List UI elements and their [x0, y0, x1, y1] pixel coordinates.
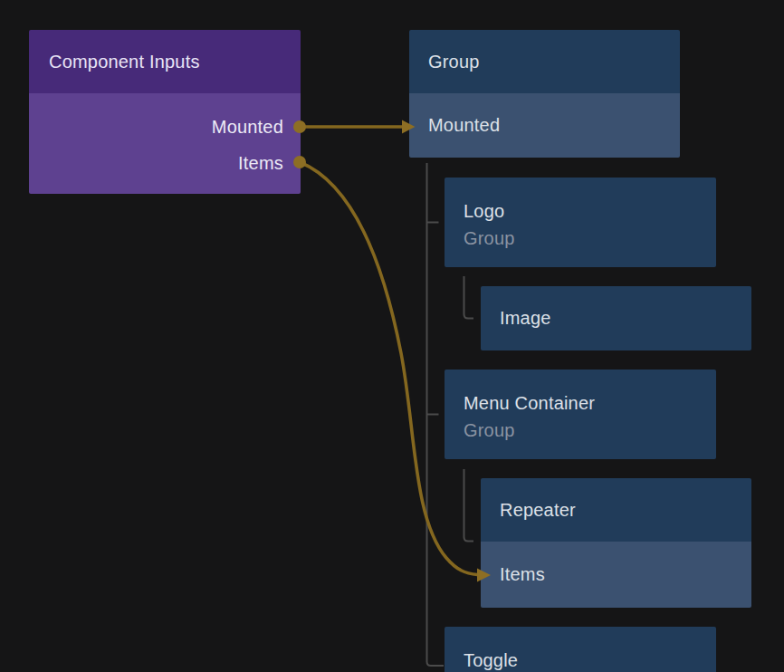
logo-node-title: Logo	[464, 197, 716, 225]
group-mounted-label: Mounted	[428, 115, 500, 136]
output-row-mounted[interactable]: Mounted	[29, 109, 301, 145]
output-row-items[interactable]: Items	[29, 145, 301, 181]
group-node[interactable]: Group Mounted	[409, 30, 680, 158]
repeater-node-header[interactable]: Repeater	[481, 478, 751, 542]
node-graph-canvas[interactable]: Component Inputs Mounted Items Group Mou…	[0, 0, 784, 672]
menu-container-title: Menu Container	[464, 389, 716, 417]
group-mounted-input-row[interactable]: Mounted	[409, 93, 680, 158]
component-inputs-header[interactable]: Component Inputs	[29, 30, 301, 93]
logo-node[interactable]: Logo Group	[445, 178, 716, 267]
group-node-title: Group	[428, 52, 480, 72]
logo-node-subtitle: Group	[464, 225, 716, 252]
repeater-items-label: Items	[500, 564, 545, 585]
image-node-title: Image	[500, 308, 551, 329]
component-inputs-title: Component Inputs	[49, 52, 200, 72]
menu-container-subtitle: Group	[464, 417, 716, 444]
toggle-node[interactable]: Toggle	[445, 627, 716, 672]
repeater-node-title: Repeater	[500, 500, 576, 521]
menu-container-node[interactable]: Menu Container Group	[445, 370, 716, 459]
group-node-header[interactable]: Group	[409, 30, 680, 93]
repeater-items-input-row[interactable]: Items	[481, 542, 751, 608]
component-inputs-node[interactable]: Component Inputs Mounted Items	[29, 30, 301, 194]
output-label-mounted: Mounted	[212, 117, 283, 138]
image-node[interactable]: Image	[481, 286, 751, 350]
component-inputs-body: Mounted Items	[29, 93, 301, 194]
repeater-node[interactable]: Repeater Items	[481, 478, 751, 608]
output-label-items: Items	[238, 153, 283, 174]
toggle-node-title: Toggle	[464, 647, 716, 672]
